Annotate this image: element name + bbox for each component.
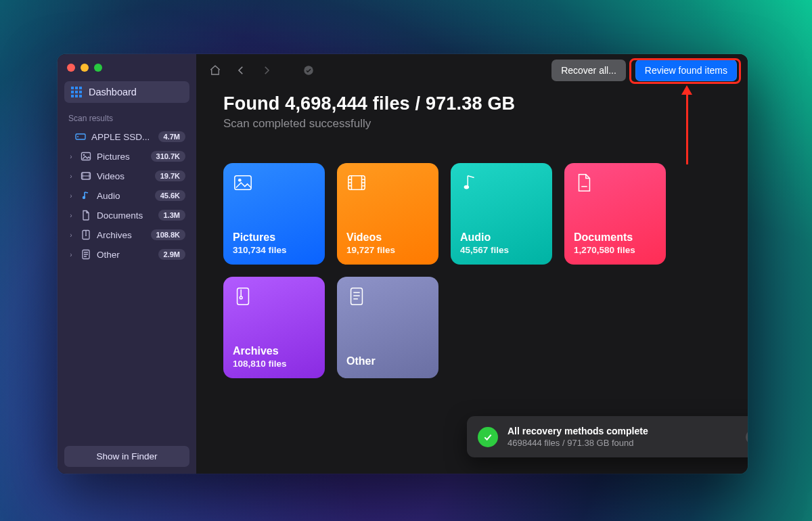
nav-audio[interactable]: › Audio 45.6K	[64, 186, 189, 205]
chevron-right-icon: ›	[67, 251, 75, 258]
page-title: Found 4,698,444 files / 971.38 GB	[223, 93, 721, 114]
card-other[interactable]: Other	[337, 277, 438, 378]
category-cards: Pictures 310,734 files Videos 19,727 fil…	[223, 163, 721, 378]
svg-rect-1	[75, 87, 78, 89]
recover-all-button[interactable]: Recover all...	[551, 60, 626, 81]
nav-item-count: 1.3M	[158, 210, 185, 221]
page-subtitle: Scan completed successfully	[223, 117, 721, 131]
card-title: Other	[346, 355, 429, 367]
archives-icon	[81, 229, 91, 240]
nav-item-label: Audio	[97, 191, 150, 201]
chevron-right-icon: ›	[67, 153, 75, 160]
close-window-button[interactable]	[67, 64, 75, 72]
toast-title: All recovery methods complete	[508, 426, 736, 436]
main-area: Recover all... Review found items Found …	[196, 54, 748, 474]
scan-results-label: Scan results	[68, 114, 185, 123]
card-title: Audio	[460, 231, 543, 244]
show-in-finder-button[interactable]: Show in Finder	[64, 446, 189, 467]
zoom-window-button[interactable]	[94, 64, 102, 72]
nav-item-label: Videos	[97, 171, 150, 181]
nav-drive-label: APPLE SSD...	[91, 132, 153, 142]
audio-icon	[460, 173, 480, 193]
videos-icon	[81, 171, 91, 181]
nav-item-count: 45.6K	[155, 190, 185, 201]
svg-point-12	[83, 154, 85, 156]
svg-point-14	[83, 196, 85, 199]
nav-drive-count: 4.7M	[158, 131, 185, 142]
card-audio[interactable]: Audio 45,567 files	[451, 163, 552, 265]
nav-item-count: 2.9M	[158, 249, 185, 260]
nav-item-label: Documents	[97, 210, 153, 221]
card-subtitle: 45,567 files	[460, 245, 543, 255]
card-documents[interactable]: Documents 1,270,580 files	[564, 163, 666, 265]
nav-item-label: Archives	[97, 230, 145, 240]
videos-icon	[346, 173, 367, 193]
card-title: Documents	[574, 231, 656, 244]
pictures-icon	[81, 151, 91, 162]
toast-notification: All recovery methods complete 4698444 fi…	[467, 416, 748, 457]
nav-documents[interactable]: › Documents 1.3M	[64, 206, 189, 225]
sidebar: Dashboard Scan results APPLE SSD... 4.7M…	[58, 54, 196, 474]
svg-rect-8	[79, 95, 82, 97]
checkmark-circle-icon[interactable]	[300, 62, 317, 78]
svg-rect-5	[79, 91, 82, 93]
nav-pictures[interactable]: › Pictures 310.7K	[64, 147, 189, 166]
nav-item-count: 310.7K	[151, 151, 185, 162]
back-icon[interactable]	[233, 62, 249, 78]
card-archives[interactable]: Archives 108,810 files	[223, 277, 325, 378]
nav-videos[interactable]: › Videos 19.7K	[64, 166, 189, 185]
svg-rect-6	[71, 95, 74, 97]
svg-point-30	[464, 185, 470, 189]
svg-point-34	[240, 296, 242, 299]
svg-rect-35	[351, 288, 363, 304]
other-icon	[81, 249, 91, 260]
nav-archives[interactable]: › Archives 108.8K	[64, 225, 189, 244]
svg-rect-3	[71, 91, 74, 93]
card-pictures[interactable]: Pictures 310,734 files	[223, 163, 325, 265]
svg-rect-32	[238, 288, 249, 304]
chevron-right-icon: ›	[67, 173, 75, 180]
archives-icon	[233, 286, 253, 307]
success-check-icon	[478, 427, 498, 447]
review-found-items-button[interactable]: Review found items	[635, 60, 737, 81]
nav-item-count: 108.8K	[151, 229, 185, 240]
dashboard-label: Dashboard	[89, 87, 137, 97]
documents-icon	[81, 210, 91, 221]
card-title: Pictures	[233, 231, 315, 244]
svg-rect-2	[79, 87, 82, 89]
pictures-icon	[233, 173, 253, 193]
home-icon[interactable]	[207, 62, 223, 78]
nav-other[interactable]: › Other 2.9M	[64, 245, 189, 264]
toolbar: Recover all... Review found items	[196, 54, 748, 87]
toast-subtitle: 4698444 files / 971.38 GB found	[508, 438, 736, 448]
card-title: Videos	[346, 231, 429, 244]
app-window: Dashboard Scan results APPLE SSD... 4.7M…	[58, 54, 748, 474]
svg-point-10	[77, 136, 78, 137]
svg-rect-0	[71, 87, 74, 89]
svg-point-16	[85, 235, 87, 236]
dashboard-button[interactable]: Dashboard	[64, 81, 189, 103]
content: Found 4,698,444 files / 971.38 GB Scan c…	[196, 87, 748, 392]
window-controls	[64, 61, 189, 81]
card-subtitle: 1,270,580 files	[574, 245, 656, 255]
nav-item-label: Other	[97, 250, 153, 260]
chevron-right-icon: ›	[67, 231, 75, 239]
toast-close-button[interactable]: ✕	[746, 430, 748, 445]
chevron-right-icon: ›	[67, 212, 75, 219]
nav-list: APPLE SSD... 4.7M › Pictures 310.7K › Vi…	[64, 127, 189, 264]
svg-rect-7	[75, 95, 78, 97]
dashboard-icon	[71, 87, 82, 97]
minimize-window-button[interactable]	[81, 64, 89, 72]
drive-icon	[75, 131, 86, 142]
nav-item-count: 19.7K	[155, 171, 185, 181]
svg-rect-4	[75, 91, 78, 93]
card-title: Archives	[233, 345, 315, 357]
documents-icon	[574, 173, 594, 193]
chevron-right-icon: ›	[67, 192, 75, 200]
nav-drive[interactable]: APPLE SSD... 4.7M	[64, 127, 189, 146]
svg-point-20	[238, 179, 242, 182]
svg-point-18	[304, 66, 313, 75]
card-subtitle: 108,810 files	[233, 359, 315, 369]
forward-icon[interactable]	[258, 62, 275, 78]
card-videos[interactable]: Videos 19,727 files	[337, 163, 438, 265]
